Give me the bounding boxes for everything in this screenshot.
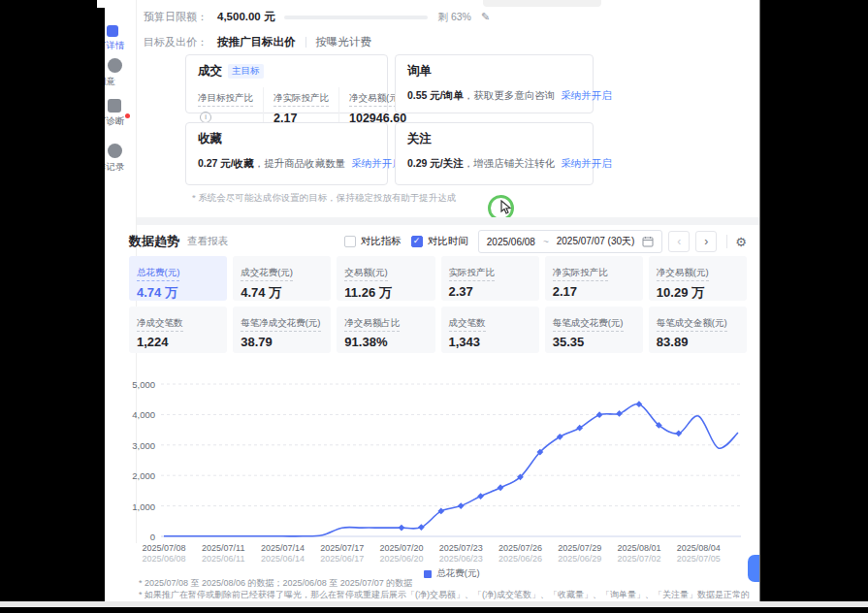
metric-tile-compare-value: 0 bbox=[449, 351, 531, 353]
data-point-marker bbox=[596, 411, 603, 418]
metric-tile-value: 2.17 bbox=[553, 284, 635, 299]
x-tick-current: 2025/07/20 bbox=[370, 543, 433, 553]
tab-bid-by-goal[interactable]: 按推广目标出价 bbox=[217, 35, 296, 49]
compare-metric-checkbox[interactable] bbox=[344, 236, 356, 247]
metric-tile-label: 净交易额(元) bbox=[657, 267, 709, 281]
date-range-picker[interactable]: 2025/06/08 ~ 2025/07/07 (30天) bbox=[478, 230, 663, 253]
sidebar-item-history[interactable]: 作记录 bbox=[105, 144, 136, 174]
x-tick: 2025/08/012025/07/02 bbox=[608, 543, 670, 564]
data-point-marker bbox=[498, 484, 504, 491]
view-report-link[interactable]: 查看报表 bbox=[187, 235, 228, 248]
card-desc-text: ，提升商品收藏数量 bbox=[254, 157, 346, 169]
x-tick-compare: 2025/07/02 bbox=[608, 554, 670, 564]
metric-tile-compare-value: 0.00 bbox=[657, 351, 739, 353]
floating-side-button[interactable] bbox=[748, 555, 759, 582]
data-point-marker bbox=[636, 401, 643, 407]
settings-gear-icon[interactable]: ⚙ bbox=[735, 235, 747, 249]
compare-time-checkbox[interactable] bbox=[411, 236, 423, 247]
metric-tile-value: 2.37 bbox=[449, 284, 531, 299]
x-tick-compare: 2025/06/08 bbox=[133, 554, 195, 564]
primary-goal-badge: 主目标 bbox=[228, 64, 264, 79]
sidebar-item-label: 创意 bbox=[105, 76, 115, 88]
metric-tile[interactable]: 净交易额占比91.38%0.00% bbox=[337, 306, 434, 353]
prev-period-button[interactable]: ‹ bbox=[668, 231, 690, 252]
card-desc-text: ，增强店铺关注转化 bbox=[464, 157, 556, 169]
metric-tile[interactable]: 总花费(元)4.74 万0.00 bbox=[129, 256, 227, 301]
x-tick-current: 2025/07/26 bbox=[489, 543, 551, 553]
y-tick-label: 0 bbox=[150, 532, 155, 542]
metric-tile[interactable]: 成交花费(元)4.74 万0.00 bbox=[233, 256, 331, 301]
card-inquiry: 询单 0.55 元/询单，获取更多意向咨询采纳并开启 bbox=[395, 54, 594, 113]
card-price: 0.29 元/关注 bbox=[407, 157, 464, 169]
metric-tile[interactable]: 交易额(元)11.26 万0.00 bbox=[337, 256, 434, 301]
card-price: 0.55 元/询单 bbox=[407, 89, 464, 101]
trends-title: 数据趋势 bbox=[129, 233, 179, 250]
x-tick-current: 2025/08/01 bbox=[608, 543, 670, 553]
metric-tile[interactable]: 实际投产比2.370.00 bbox=[441, 256, 539, 301]
legend-label: 总花费(元) bbox=[436, 567, 479, 580]
top-gray-bar bbox=[483, 0, 601, 7]
metric-tile-value: 11.26 万 bbox=[344, 284, 427, 301]
sidebar-item-label: 广诊断 bbox=[105, 115, 125, 128]
card-title: 成交 bbox=[198, 63, 222, 80]
x-tick-current: 2025/07/11 bbox=[192, 543, 254, 553]
adopt-enable-link[interactable]: 采纳并开启 bbox=[561, 89, 612, 101]
y-tick-label: 3,000 bbox=[132, 440, 155, 451]
bidding-tabs: 按推广目标出价 按曝光计费 bbox=[217, 35, 371, 49]
metric-label: 净目标投产比 bbox=[198, 92, 253, 107]
y-tick-label: 1,000 bbox=[132, 501, 155, 512]
x-tick: 2025/07/142025/06/14 bbox=[251, 543, 313, 564]
metric-tile-value: 83.89 bbox=[657, 335, 739, 349]
x-tick-compare: 2025/06/23 bbox=[430, 554, 492, 564]
x-tick-current: 2025/07/14 bbox=[251, 543, 313, 553]
data-point-marker bbox=[458, 502, 465, 509]
card-deal: 成交 主目标 净目标投产比i 2.45 ✎ 净实际投产比 2.17 净交易额(元… bbox=[185, 54, 388, 113]
metric-tile[interactable]: 成交笔数1,3430 bbox=[441, 306, 539, 353]
metric-tile-label: 每笔成交金额(元) bbox=[657, 317, 727, 332]
compare-metric-label: 对比指标 bbox=[361, 235, 402, 248]
metric-tile[interactable]: 每笔成交花费(元)35.350.00 bbox=[545, 306, 643, 353]
metric-tile-value: 91.38% bbox=[344, 335, 427, 349]
sidebar-item-label: 作记录 bbox=[105, 161, 125, 174]
metric-tile-label: 每笔净成交花费(元) bbox=[241, 317, 320, 332]
x-tick: 2025/07/112025/06/11 bbox=[192, 543, 254, 564]
x-tick: 2025/07/082025/06/08 bbox=[133, 543, 195, 564]
metric-tile-value: 10.29 万 bbox=[657, 284, 739, 301]
x-tick: 2025/07/262025/06/26 bbox=[489, 543, 551, 564]
metric-tile[interactable]: 净成交笔数1,2240 bbox=[129, 306, 227, 353]
metric-tiles-row2: 净成交笔数1,2240每笔净成交花费(元)38.790.00净交易额占比91.3… bbox=[129, 306, 747, 353]
adopt-enable-link[interactable]: 采纳并开启 bbox=[561, 157, 612, 169]
y-tick-label: 5,000 bbox=[132, 379, 155, 390]
creative-icon bbox=[108, 58, 122, 73]
card-favorite: 收藏 0.27 元/收藏，提升商品收藏数量采纳并开启 bbox=[185, 122, 388, 185]
metric-tile[interactable]: 净交易额(元)10.29 万0.00 bbox=[649, 256, 747, 301]
x-tick: 2025/07/172025/06/17 bbox=[311, 543, 373, 564]
footnote-disclaimer: * 如果推广在暂停或删除前已经获得了曝光，那么在暂停或重建后展示「(净)交易额」… bbox=[139, 589, 750, 601]
goals-label: 目标及出价： bbox=[144, 35, 208, 49]
metric-tile-label: 交易额(元) bbox=[344, 267, 387, 281]
metric-tiles-row1: 总花费(元)4.74 万0.00成交花费(元)4.74 万0.00交易额(元)1… bbox=[129, 256, 747, 301]
data-point-marker bbox=[616, 410, 623, 417]
metric-tile-value: 35.35 bbox=[553, 335, 635, 349]
metric-tile-label: 净交易额占比 bbox=[344, 317, 400, 332]
card-desc-text: ，获取更多意向咨询 bbox=[464, 89, 556, 101]
metric-tile[interactable]: 每笔成交金额(元)83.890.00 bbox=[649, 306, 747, 353]
next-period-button[interactable]: › bbox=[695, 231, 717, 252]
card-price: 0.27 元/收藏 bbox=[198, 157, 254, 169]
sidebar-item-diagnose[interactable]: 广诊断 bbox=[105, 99, 136, 128]
sidebar-item-promo-detail[interactable]: 广详情 bbox=[105, 25, 136, 52]
tab-separator bbox=[305, 37, 306, 48]
sidebar-item-creative[interactable]: 创意 bbox=[105, 58, 136, 88]
y-tick-label: 2,000 bbox=[132, 470, 155, 481]
metric-label: 净交易额(元) bbox=[349, 92, 402, 107]
x-tick-compare: 2025/06/11 bbox=[192, 554, 254, 564]
metric-tile[interactable]: 每笔净成交花费(元)38.790.00 bbox=[233, 306, 331, 353]
budget-edit-icon[interactable]: ✎ bbox=[481, 11, 490, 23]
tab-bid-by-exposure[interactable]: 按曝光计费 bbox=[316, 35, 372, 49]
x-tick-current: 2025/07/17 bbox=[311, 543, 373, 553]
y-axis: 01,0002,0003,0004,0005,000 bbox=[114, 376, 159, 543]
mouse-cursor-icon bbox=[499, 200, 513, 215]
card-title: 关注 bbox=[407, 131, 432, 147]
metric-tile[interactable]: 净实际投产比2.170.00 bbox=[545, 256, 643, 301]
metric-label: 净实际投产比 bbox=[273, 92, 329, 107]
